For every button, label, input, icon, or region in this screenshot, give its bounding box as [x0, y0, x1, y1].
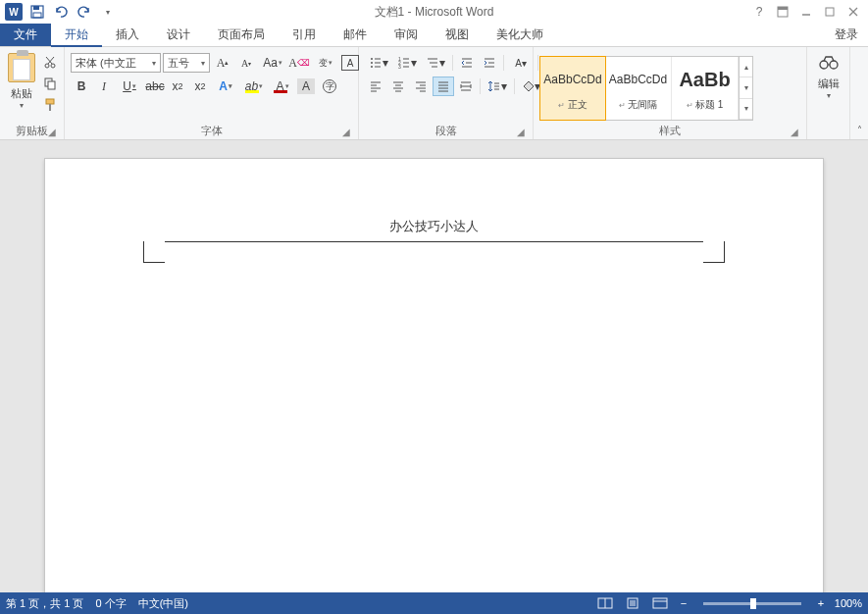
- clear-formatting-button[interactable]: A⌫: [288, 53, 310, 73]
- font-size-combo[interactable]: 五号▾: [163, 53, 210, 73]
- svg-text:3: 3: [398, 64, 401, 70]
- align-distributed-button[interactable]: [455, 77, 477, 96]
- ribbon-display-button[interactable]: [774, 3, 791, 21]
- file-tab[interactable]: 文件: [0, 24, 51, 46]
- web-layout-button[interactable]: [650, 595, 670, 611]
- style-gallery: AaBbCcDd 正文 AaBbCcDd 无间隔 AaBb 标题 1 ▴ ▾ ▾: [539, 56, 753, 121]
- close-button[interactable]: [844, 3, 862, 21]
- paste-label: 粘贴: [11, 86, 32, 101]
- svg-rect-14: [48, 81, 55, 89]
- style-preview: AaBbCcDd: [609, 65, 667, 94]
- group-label: 字体◢: [69, 124, 354, 139]
- print-layout-button[interactable]: [623, 595, 642, 611]
- status-bar: 第 1 页，共 1 页 0 个字 中文(中国) − + 100%: [0, 592, 868, 614]
- tab-beautify[interactable]: 美化大师: [483, 24, 557, 46]
- tab-page-layout[interactable]: 页面布局: [204, 24, 279, 46]
- align-right-button[interactable]: [410, 77, 432, 96]
- paste-icon: [8, 53, 35, 82]
- redo-button[interactable]: [75, 2, 94, 22]
- bold-button[interactable]: B: [71, 77, 92, 96]
- numbering-button[interactable]: 123▾: [393, 53, 421, 73]
- change-case-button[interactable]: Aa▾: [259, 53, 286, 73]
- strikethrough-button[interactable]: abc: [144, 77, 166, 96]
- zoom-level[interactable]: 100%: [835, 597, 862, 609]
- chevron-down-icon: ▾: [20, 101, 24, 110]
- tab-home[interactable]: 开始: [51, 24, 102, 47]
- asian-layout-button[interactable]: A▾: [507, 53, 535, 73]
- editing-button[interactable]: 编辑 ▾: [811, 49, 845, 124]
- gallery-down-button[interactable]: ▾: [740, 77, 752, 98]
- gallery-more-button[interactable]: ▾: [740, 99, 752, 120]
- dialog-launcher[interactable]: ◢: [789, 127, 800, 138]
- svg-rect-74: [653, 598, 667, 608]
- zoom-out-button[interactable]: −: [678, 597, 689, 609]
- style-name: 标题 1: [687, 98, 724, 112]
- font-color-button[interactable]: A▾: [269, 77, 296, 96]
- enclose-characters-button[interactable]: 字: [316, 77, 343, 96]
- style-heading1[interactable]: AaBb 标题 1: [672, 57, 739, 120]
- chevron-down-icon: ▾: [827, 91, 831, 100]
- align-left-button[interactable]: [365, 77, 386, 96]
- paste-button[interactable]: 粘贴 ▾: [4, 49, 39, 110]
- collapse-ribbon-button[interactable]: ˄: [850, 47, 868, 139]
- maximize-button[interactable]: [821, 3, 839, 21]
- superscript-button[interactable]: x2: [189, 77, 211, 96]
- page[interactable]: 办公技巧小达人: [44, 158, 824, 592]
- dialog-launcher[interactable]: ◢: [340, 127, 352, 138]
- phonetic-guide-button[interactable]: 变▾: [312, 53, 339, 73]
- tab-review[interactable]: 审阅: [381, 24, 432, 46]
- help-button[interactable]: ?: [750, 3, 768, 21]
- align-center-button[interactable]: [387, 77, 409, 96]
- cut-button[interactable]: [41, 53, 59, 71]
- tab-design[interactable]: 设计: [153, 24, 204, 46]
- save-button[interactable]: [27, 2, 47, 22]
- minimize-button[interactable]: [797, 3, 815, 21]
- style-normal[interactable]: AaBbCcDd 正文: [539, 56, 606, 121]
- highlight-button[interactable]: ab▾: [240, 77, 268, 96]
- svg-point-19: [371, 62, 373, 64]
- font-name-combo[interactable]: 宋体 (中文正▾: [71, 53, 161, 73]
- dialog-launcher[interactable]: ◢: [515, 127, 527, 138]
- zoom-slider[interactable]: [703, 602, 801, 605]
- tab-mailings[interactable]: 邮件: [330, 24, 381, 46]
- align-justify-button[interactable]: [433, 77, 454, 96]
- dialog-launcher[interactable]: ◢: [46, 127, 58, 138]
- bullets-button[interactable]: ▾: [365, 53, 392, 73]
- decrease-indent-button[interactable]: [456, 53, 478, 73]
- character-shading-button[interactable]: A: [297, 78, 315, 94]
- copy-button[interactable]: [41, 75, 59, 92]
- app-icon[interactable]: W: [4, 2, 24, 22]
- header-text[interactable]: 办公技巧小达人: [45, 218, 823, 235]
- document-area[interactable]: 办公技巧小达人: [0, 140, 868, 592]
- text-effects-button[interactable]: A▾: [212, 77, 239, 96]
- line-spacing-button[interactable]: ▾: [484, 77, 511, 96]
- group-label: 段落◢: [363, 124, 529, 139]
- qat-customize-button[interactable]: ▾: [98, 2, 118, 22]
- subscript-button[interactable]: x2: [167, 77, 188, 96]
- svg-point-10: [51, 64, 55, 68]
- svg-rect-1: [33, 6, 39, 10]
- gallery-up-button[interactable]: ▴: [740, 57, 752, 77]
- language-indicator[interactable]: 中文(中国): [138, 596, 188, 611]
- multilevel-list-button[interactable]: ▾: [422, 53, 449, 73]
- decrease-font-button[interactable]: A▾: [235, 53, 257, 73]
- tab-view[interactable]: 视图: [432, 24, 483, 46]
- style-no-spacing[interactable]: AaBbCcDd 无间隔: [605, 57, 672, 120]
- increase-indent-button[interactable]: [479, 53, 500, 73]
- group-label: 剪贴板◢: [4, 124, 60, 139]
- tab-references[interactable]: 引用: [279, 24, 330, 46]
- character-border-button[interactable]: A: [341, 55, 359, 71]
- read-mode-button[interactable]: [595, 595, 615, 611]
- italic-button[interactable]: I: [93, 77, 115, 96]
- page-indicator[interactable]: 第 1 页，共 1 页: [6, 596, 83, 611]
- word-count[interactable]: 0 个字: [95, 596, 126, 611]
- increase-font-button[interactable]: A▴: [212, 53, 233, 73]
- undo-button[interactable]: [51, 2, 71, 22]
- editing-label: 编辑: [818, 77, 840, 91]
- tab-insert[interactable]: 插入: [102, 24, 153, 46]
- format-painter-button[interactable]: [41, 96, 59, 114]
- underline-button[interactable]: U▾: [116, 77, 143, 96]
- zoom-in-button[interactable]: +: [815, 597, 827, 609]
- svg-point-21: [371, 66, 373, 68]
- login-link[interactable]: 登录: [825, 24, 868, 46]
